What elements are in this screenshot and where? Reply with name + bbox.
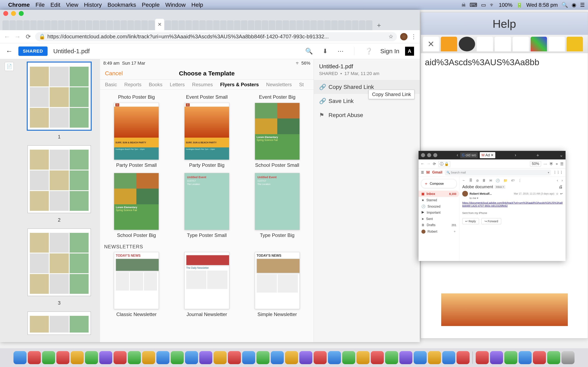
nav-reload-button[interactable]: ⟳ (25, 33, 32, 40)
inactive-tab[interactable] (290, 20, 296, 30)
nav-starred[interactable]: ★Starred (419, 197, 459, 203)
bg-tab-icon[interactable] (567, 37, 583, 51)
inactive-tab[interactable] (206, 20, 213, 30)
inactive-tab[interactable] (241, 20, 247, 30)
inactive-tab[interactable] (65, 20, 71, 30)
inactive-tab[interactable] (93, 20, 99, 30)
reload-button[interactable]: ⟳ (433, 162, 436, 166)
nav-drafts[interactable]: 🗎Drafts201 (419, 222, 459, 228)
template-party-small[interactable]: 31 SURF, SUN & BEACH PARTY Huntington Be… (104, 103, 169, 168)
battery-icon[interactable]: 🔋 (516, 2, 523, 8)
star-icon[interactable]: ☆ (389, 33, 393, 40)
profile-avatar[interactable] (400, 33, 407, 40)
inactive-tab[interactable] (178, 20, 185, 30)
compose-button[interactable]: ＋ Compose (421, 179, 457, 188)
inactive-tab[interactable] (72, 20, 78, 30)
print-icon[interactable]: 🖨 (559, 184, 563, 189)
dock-app[interactable] (328, 351, 341, 364)
inactive-tab[interactable] (9, 20, 16, 30)
cat-flyers[interactable]: Flyers & Posters (220, 82, 259, 87)
spam-icon[interactable]: ⊘ (476, 179, 479, 183)
template-simple-newsletter[interactable]: TODAY'S NEWS Simple Newsletter (245, 252, 310, 317)
airplay-icon[interactable]: ▭ (481, 2, 486, 8)
minimize-button[interactable] (427, 153, 431, 157)
copy-link-row[interactable]: 🔗 Copy Shared Link Copy Shared Link (314, 80, 420, 94)
menu-people[interactable]: People (142, 2, 160, 8)
nav-sent[interactable]: ➤Sent (419, 216, 459, 222)
cat-books[interactable]: Books (149, 82, 163, 87)
inactive-tab[interactable] (234, 20, 241, 30)
dock-app[interactable] (199, 351, 212, 364)
snooze-icon[interactable]: 🕑 (496, 179, 500, 183)
cancel-button[interactable]: Cancel (105, 70, 123, 77)
zoom-level[interactable]: 50% (530, 161, 541, 167)
menu-file[interactable]: File (35, 2, 45, 8)
more-icon[interactable]: ⋯ (337, 48, 344, 55)
active-tab[interactable]: MAd ✕ (480, 152, 495, 158)
inactive-tab[interactable] (276, 20, 282, 30)
unread-icon[interactable]: ✉ (489, 179, 492, 183)
dock-app[interactable] (490, 351, 503, 364)
dock-app[interactable] (457, 351, 470, 364)
doc-back-button[interactable]: ← (6, 47, 13, 55)
bg-tab-close[interactable]: ✕ (423, 37, 439, 51)
bg-tab-icon[interactable] (441, 37, 457, 51)
dock-app[interactable] (113, 351, 127, 364)
menu-window[interactable]: Window (165, 2, 186, 8)
inactive-tab[interactable] (359, 20, 365, 30)
zoom-button[interactable] (433, 153, 437, 157)
adobe-logo[interactable]: A (405, 47, 414, 56)
inactive-tab[interactable] (23, 20, 30, 30)
bg-tab[interactable]: Gold wo (460, 152, 478, 158)
inactive-tab[interactable] (269, 20, 275, 30)
page-thumb-2[interactable] (27, 145, 91, 213)
forward-button[interactable]: ↪ Forward (481, 218, 501, 224)
inactive-tab[interactable] (192, 20, 199, 30)
menu-edit[interactable]: Edit (51, 2, 60, 8)
template-school-small[interactable]: Lorem ElementarySpring Science Fair Scho… (245, 103, 310, 168)
inactive-tab[interactable] (134, 20, 141, 30)
cat-more[interactable]: St (299, 82, 304, 87)
dock-app[interactable] (476, 351, 489, 364)
inactive-tab[interactable] (107, 20, 113, 30)
dock-app[interactable] (228, 351, 241, 364)
template-type-big[interactable]: Untitled Event11/27/17The Location Type … (245, 173, 310, 238)
inactive-tab[interactable] (79, 20, 85, 30)
nav-forward-button[interactable]: → (427, 162, 430, 166)
inactive-tab[interactable] (86, 20, 92, 30)
dock-app[interactable] (504, 351, 517, 364)
dock-app[interactable] (547, 351, 560, 364)
dock-app[interactable] (171, 351, 184, 364)
dock-app[interactable] (414, 351, 427, 364)
dock-app[interactable] (256, 351, 269, 364)
archive-icon[interactable]: 🗄 (469, 179, 472, 183)
message-link[interactable]: https://documentcloud.adobe.com/link/tra… (462, 201, 563, 207)
tab-overflow-icon[interactable]: ⌄ (559, 152, 563, 158)
dock-app[interactable] (314, 351, 327, 364)
bg-tab-icon[interactable] (459, 37, 475, 51)
reply-button[interactable]: ↩ Reply (462, 218, 479, 224)
minimize-window-button[interactable] (11, 11, 16, 16)
cat-basic[interactable]: Basic (105, 82, 117, 87)
inactive-tab[interactable] (331, 20, 338, 30)
shield-icon[interactable]: ⛨ (550, 162, 553, 166)
help-icon[interactable]: ❔ (365, 48, 373, 55)
dock-app[interactable] (99, 351, 112, 364)
more-icon[interactable]: ⋯ (544, 162, 547, 166)
dock-app[interactable] (371, 351, 384, 364)
page-thumb-1[interactable] (27, 62, 91, 130)
active-tab[interactable]: ✕ (155, 19, 164, 30)
close-button[interactable] (421, 153, 425, 157)
label-icon[interactable]: 🏷 (511, 179, 515, 183)
inactive-tab[interactable] (113, 20, 120, 30)
next-icon[interactable]: › (562, 179, 563, 183)
pages-tool-icon[interactable]: 📄 (5, 62, 14, 71)
inactive-tab[interactable] (37, 20, 44, 30)
skull-icon[interactable]: ☠ (461, 2, 466, 8)
nav-user[interactable]: Robert＋ (419, 228, 459, 235)
inactive-tab[interactable] (16, 20, 23, 30)
inactive-tab[interactable] (283, 20, 289, 30)
inactive-tab[interactable] (44, 20, 51, 30)
apps-icon[interactable]: ⋮⋮⋮ (553, 170, 563, 174)
inactive-tab[interactable] (303, 20, 310, 30)
